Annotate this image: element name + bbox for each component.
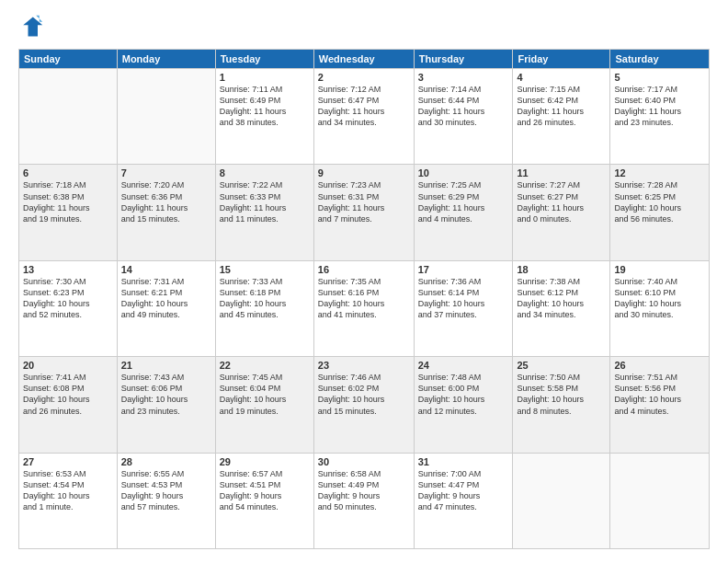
week-row-4: 20Sunrise: 7:41 AM Sunset: 6:08 PM Dayli… bbox=[19, 357, 710, 453]
day-info: Sunrise: 7:20 AM Sunset: 6:36 PM Dayligh… bbox=[121, 179, 211, 224]
logo-icon bbox=[18, 14, 44, 40]
calendar-cell: 23Sunrise: 7:46 AM Sunset: 6:02 PM Dayli… bbox=[313, 357, 414, 453]
day-info: Sunrise: 7:50 AM Sunset: 5:58 PM Dayligh… bbox=[517, 372, 606, 417]
day-info: Sunrise: 7:48 AM Sunset: 6:00 PM Dayligh… bbox=[418, 372, 509, 417]
day-number: 15 bbox=[220, 264, 310, 275]
weekday-header-row: SundayMondayTuesdayWednesdayThursdayFrid… bbox=[19, 50, 710, 69]
day-number: 26 bbox=[614, 360, 705, 371]
calendar-cell: 4Sunrise: 7:15 AM Sunset: 6:42 PM Daylig… bbox=[513, 69, 610, 165]
day-info: Sunrise: 7:51 AM Sunset: 5:56 PM Dayligh… bbox=[614, 372, 705, 417]
day-info: Sunrise: 7:40 AM Sunset: 6:10 PM Dayligh… bbox=[614, 276, 705, 321]
day-number: 6 bbox=[23, 167, 113, 178]
day-number: 24 bbox=[418, 360, 509, 371]
calendar-cell: 1Sunrise: 7:11 AM Sunset: 6:49 PM Daylig… bbox=[215, 69, 313, 165]
day-info: Sunrise: 7:31 AM Sunset: 6:21 PM Dayligh… bbox=[121, 276, 211, 321]
weekday-header-tuesday: Tuesday bbox=[215, 50, 313, 69]
calendar-cell: 12Sunrise: 7:28 AM Sunset: 6:25 PM Dayli… bbox=[610, 165, 710, 260]
calendar-cell: 24Sunrise: 7:48 AM Sunset: 6:00 PM Dayli… bbox=[414, 357, 513, 453]
day-info: Sunrise: 7:11 AM Sunset: 6:49 PM Dayligh… bbox=[220, 84, 310, 129]
calendar-cell: 14Sunrise: 7:31 AM Sunset: 6:21 PM Dayli… bbox=[117, 260, 215, 356]
day-info: Sunrise: 6:53 AM Sunset: 4:54 PM Dayligh… bbox=[23, 468, 113, 513]
day-number: 3 bbox=[418, 72, 509, 83]
day-number: 17 bbox=[418, 264, 509, 275]
day-info: Sunrise: 7:25 AM Sunset: 6:29 PM Dayligh… bbox=[418, 179, 509, 224]
day-number: 23 bbox=[318, 360, 410, 371]
calendar-cell: 8Sunrise: 7:22 AM Sunset: 6:33 PM Daylig… bbox=[215, 165, 313, 260]
day-number: 20 bbox=[23, 360, 113, 371]
calendar-cell: 28Sunrise: 6:55 AM Sunset: 4:53 PM Dayli… bbox=[117, 453, 215, 548]
day-number: 5 bbox=[614, 72, 705, 83]
day-number: 21 bbox=[121, 360, 211, 371]
day-info: Sunrise: 7:46 AM Sunset: 6:02 PM Dayligh… bbox=[318, 372, 410, 417]
calendar-cell: 5Sunrise: 7:17 AM Sunset: 6:40 PM Daylig… bbox=[610, 69, 710, 165]
day-number: 29 bbox=[220, 456, 310, 467]
calendar-cell: 19Sunrise: 7:40 AM Sunset: 6:10 PM Dayli… bbox=[610, 260, 710, 356]
calendar-cell: 20Sunrise: 7:41 AM Sunset: 6:08 PM Dayli… bbox=[19, 357, 118, 453]
day-number: 16 bbox=[318, 264, 410, 275]
day-info: Sunrise: 7:36 AM Sunset: 6:14 PM Dayligh… bbox=[418, 276, 509, 321]
calendar-cell: 7Sunrise: 7:20 AM Sunset: 6:36 PM Daylig… bbox=[117, 165, 215, 260]
day-info: Sunrise: 6:57 AM Sunset: 4:51 PM Dayligh… bbox=[220, 468, 310, 513]
calendar-table: SundayMondayTuesdayWednesdayThursdayFrid… bbox=[18, 49, 710, 549]
day-info: Sunrise: 7:22 AM Sunset: 6:33 PM Dayligh… bbox=[220, 179, 310, 224]
day-number: 28 bbox=[121, 456, 211, 467]
calendar-cell: 6Sunrise: 7:18 AM Sunset: 6:38 PM Daylig… bbox=[19, 165, 118, 260]
day-number: 11 bbox=[517, 167, 606, 178]
calendar-cell: 15Sunrise: 7:33 AM Sunset: 6:18 PM Dayli… bbox=[215, 260, 313, 356]
week-row-1: 1Sunrise: 7:11 AM Sunset: 6:49 PM Daylig… bbox=[19, 69, 710, 165]
day-number: 7 bbox=[121, 167, 211, 178]
day-info: Sunrise: 7:28 AM Sunset: 6:25 PM Dayligh… bbox=[614, 179, 705, 224]
weekday-header-monday: Monday bbox=[117, 50, 215, 69]
day-info: Sunrise: 7:17 AM Sunset: 6:40 PM Dayligh… bbox=[614, 84, 705, 129]
day-info: Sunrise: 7:23 AM Sunset: 6:31 PM Dayligh… bbox=[318, 179, 410, 224]
day-info: Sunrise: 7:00 AM Sunset: 4:47 PM Dayligh… bbox=[418, 468, 509, 513]
day-info: Sunrise: 7:38 AM Sunset: 6:12 PM Dayligh… bbox=[517, 276, 606, 321]
day-number: 4 bbox=[517, 72, 606, 83]
calendar-cell: 27Sunrise: 6:53 AM Sunset: 4:54 PM Dayli… bbox=[19, 453, 118, 548]
day-info: Sunrise: 7:18 AM Sunset: 6:38 PM Dayligh… bbox=[23, 179, 113, 224]
day-number: 10 bbox=[418, 167, 509, 178]
calendar-cell: 2Sunrise: 7:12 AM Sunset: 6:47 PM Daylig… bbox=[313, 69, 414, 165]
logo bbox=[18, 14, 48, 40]
calendar-cell: 31Sunrise: 7:00 AM Sunset: 4:47 PM Dayli… bbox=[414, 453, 513, 548]
day-number: 8 bbox=[220, 167, 310, 178]
calendar-cell: 26Sunrise: 7:51 AM Sunset: 5:56 PM Dayli… bbox=[610, 357, 710, 453]
weekday-header-saturday: Saturday bbox=[610, 50, 710, 69]
week-row-5: 27Sunrise: 6:53 AM Sunset: 4:54 PM Dayli… bbox=[19, 453, 710, 548]
calendar-cell: 21Sunrise: 7:43 AM Sunset: 6:06 PM Dayli… bbox=[117, 357, 215, 453]
day-number: 9 bbox=[318, 167, 410, 178]
day-info: Sunrise: 7:15 AM Sunset: 6:42 PM Dayligh… bbox=[517, 84, 606, 129]
day-info: Sunrise: 6:55 AM Sunset: 4:53 PM Dayligh… bbox=[121, 468, 211, 513]
calendar-cell: 3Sunrise: 7:14 AM Sunset: 6:44 PM Daylig… bbox=[414, 69, 513, 165]
weekday-header-friday: Friday bbox=[513, 50, 610, 69]
day-info: Sunrise: 7:14 AM Sunset: 6:44 PM Dayligh… bbox=[418, 84, 509, 129]
day-info: Sunrise: 7:27 AM Sunset: 6:27 PM Dayligh… bbox=[517, 179, 606, 224]
week-row-3: 13Sunrise: 7:30 AM Sunset: 6:23 PM Dayli… bbox=[19, 260, 710, 356]
calendar-cell: 18Sunrise: 7:38 AM Sunset: 6:12 PM Dayli… bbox=[513, 260, 610, 356]
weekday-header-sunday: Sunday bbox=[19, 50, 118, 69]
day-number: 31 bbox=[418, 456, 509, 467]
week-row-2: 6Sunrise: 7:18 AM Sunset: 6:38 PM Daylig… bbox=[19, 165, 710, 260]
calendar-cell bbox=[610, 453, 710, 548]
day-number: 27 bbox=[23, 456, 113, 467]
calendar-cell: 10Sunrise: 7:25 AM Sunset: 6:29 PM Dayli… bbox=[414, 165, 513, 260]
day-number: 22 bbox=[220, 360, 310, 371]
day-number: 19 bbox=[614, 264, 705, 275]
header bbox=[18, 14, 710, 40]
day-info: Sunrise: 7:30 AM Sunset: 6:23 PM Dayligh… bbox=[23, 276, 113, 321]
day-info: Sunrise: 6:58 AM Sunset: 4:49 PM Dayligh… bbox=[318, 468, 410, 513]
day-number: 13 bbox=[23, 264, 113, 275]
day-number: 25 bbox=[517, 360, 606, 371]
day-number: 18 bbox=[517, 264, 606, 275]
calendar-cell: 30Sunrise: 6:58 AM Sunset: 4:49 PM Dayli… bbox=[313, 453, 414, 548]
day-number: 1 bbox=[220, 72, 310, 83]
page: SundayMondayTuesdayWednesdayThursdayFrid… bbox=[0, 0, 728, 563]
day-info: Sunrise: 7:33 AM Sunset: 6:18 PM Dayligh… bbox=[220, 276, 310, 321]
day-info: Sunrise: 7:12 AM Sunset: 6:47 PM Dayligh… bbox=[318, 84, 410, 129]
calendar-cell: 16Sunrise: 7:35 AM Sunset: 6:16 PM Dayli… bbox=[313, 260, 414, 356]
calendar-cell: 29Sunrise: 6:57 AM Sunset: 4:51 PM Dayli… bbox=[215, 453, 313, 548]
calendar-cell bbox=[513, 453, 610, 548]
weekday-header-thursday: Thursday bbox=[414, 50, 513, 69]
day-number: 2 bbox=[318, 72, 410, 83]
calendar-cell bbox=[117, 69, 215, 165]
